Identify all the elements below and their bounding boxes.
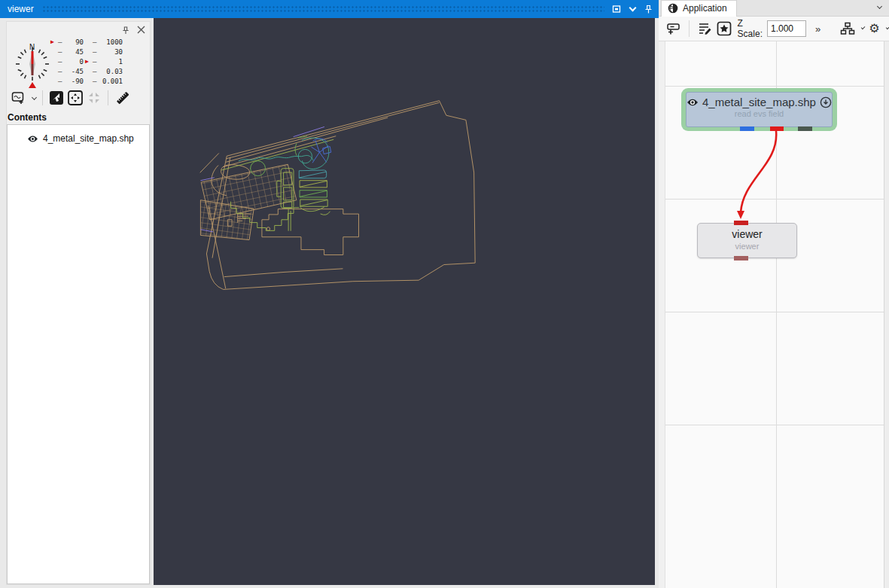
contents-item[interactable]: 4_metal_site_map.shp [8,131,149,146]
insert-annotation-dropdown-icon[interactable] [32,94,37,99]
tab-application-label: Application [683,3,727,14]
tilt-scale-value: -90 [64,78,84,85]
map-feature-lime [300,207,330,215]
compass-south-marker [29,82,36,88]
zoom-scale-value: 30 [99,48,123,56]
node-title: 4_metal_site_map.shp [702,96,816,108]
toolbar-separator [108,90,108,105]
zoom-scale-value: 1 [99,58,123,66]
zoom-scale-value: 0.03 [99,68,123,75]
measure-ruler-button[interactable] [114,89,131,107]
node-4-metal-site-map[interactable]: 4_metal_site_map.shp read evs field [686,92,833,127]
node-viewer[interactable]: viewer viewer [697,223,797,258]
scale-row[interactable]: –45–30 [50,47,145,56]
node-subtitle: read evs field [687,109,832,118]
scale-row[interactable]: –-45–0.03 [50,66,145,76]
node-port[interactable] [734,221,748,225]
panel-close-icon[interactable] [137,26,145,34]
node-port[interactable] [734,256,748,260]
tilt-scale-value: 90 [64,38,84,46]
viewer-titlebar[interactable]: viewer [0,0,659,18]
map-feature-green [300,190,327,197]
scale-row[interactable]: –-90–0.001 [50,76,145,86]
window-bottom-edge [0,585,659,588]
compass-widget[interactable]: N [11,32,53,93]
z-scale-label: Z Scale: [738,18,763,39]
map-feature-tan [224,102,439,166]
toolbar-separator [42,90,43,105]
node-subtitle: viewer [698,242,796,251]
tilt-scale-value: -45 [64,68,84,75]
node-port[interactable] [770,126,784,131]
visibility-eye-icon[interactable] [27,135,38,143]
settings-dropdown-icon[interactable] [885,26,889,30]
z-scale-input[interactable] [767,20,806,37]
node-port[interactable] [740,126,754,131]
zoom-scale-value: 0.001 [99,78,123,85]
titlebar-pin-icon[interactable] [644,5,653,14]
site-map-drawing [154,18,655,585]
scale-row[interactable]: –0▶–1 [50,56,145,66]
node-selection-highlight: 4_metal_site_map.shp read evs field [681,88,837,131]
application-tabbar: Application [659,0,889,17]
map-feature-lime [300,200,327,206]
compass-north-label: N [29,43,35,51]
globe-icon [668,3,678,14]
insert-annotation-button[interactable] [11,89,26,107]
network-layout-dropdown-icon[interactable] [860,26,865,30]
map-feature-tan [224,269,343,277]
viewer-3d-viewport[interactable] [154,18,655,585]
favorites-button[interactable] [717,20,732,38]
titlebar-texture [42,5,604,13]
tilt-scale-value: 0 [64,58,84,66]
map-feature-teal [239,155,313,160]
network-layout-button[interactable] [840,20,855,38]
tilt-scale-value: 45 [64,48,84,56]
float-window-icon[interactable] [612,5,621,14]
zoom-scale-value: 1000 [99,38,123,46]
edit-notes-button[interactable] [697,20,712,38]
node-port[interactable] [798,126,812,131]
visibility-eye-icon[interactable] [687,98,699,107]
map-feature-lime [288,209,291,230]
map-feature-teal [303,138,329,169]
map-feature-tealblue [300,170,327,178]
viewer-tools-panel: N ▶–90–1000–45–30–0▶–1–-45–0.03–-90–0.00… [6,21,151,585]
center-view-button[interactable] [68,89,83,107]
contents-header: Contents [8,112,47,123]
toolbar-expand-button[interactable]: » [811,23,824,35]
download-circle-icon[interactable] [820,96,832,108]
tab-application[interactable]: Application [661,0,737,17]
application-window: viewer [0,0,889,588]
map-feature-ylw [300,181,327,187]
fit-view-button[interactable] [49,89,64,107]
zoom-indicator-icon: ▶ [85,59,93,65]
tilt-indicator-icon: ▶ [50,39,58,45]
viewer-toolbar [11,88,131,108]
toolbar-separator [689,20,690,37]
contents-item-label: 4_metal_site_map.shp [43,133,134,144]
view-scales[interactable]: ▶–90–1000–45–30–0▶–1–-45–0.03–-90–0.001 [50,37,145,86]
tabbar-chevron-down-icon[interactable] [877,4,882,9]
viewer-title: viewer [8,4,34,14]
titlebar-chevron-down-icon[interactable] [629,5,637,12]
node-toolbar: Z Scale: » ⚙ [659,17,889,41]
scale-row[interactable]: ▶–90–1000 [50,37,145,47]
node-title: viewer [698,228,796,240]
map-feature-tan [262,209,359,254]
add-note-button[interactable] [666,20,681,38]
workspace-scrollbar[interactable] [884,41,889,588]
settings-gear-icon[interactable]: ⚙ [869,23,879,35]
collapse-view-button-disabled [87,89,102,107]
application-panel: Application [659,0,889,588]
panel-pin-icon[interactable] [122,26,129,35]
contents-list[interactable]: 4_metal_site_map.shp [7,124,150,584]
